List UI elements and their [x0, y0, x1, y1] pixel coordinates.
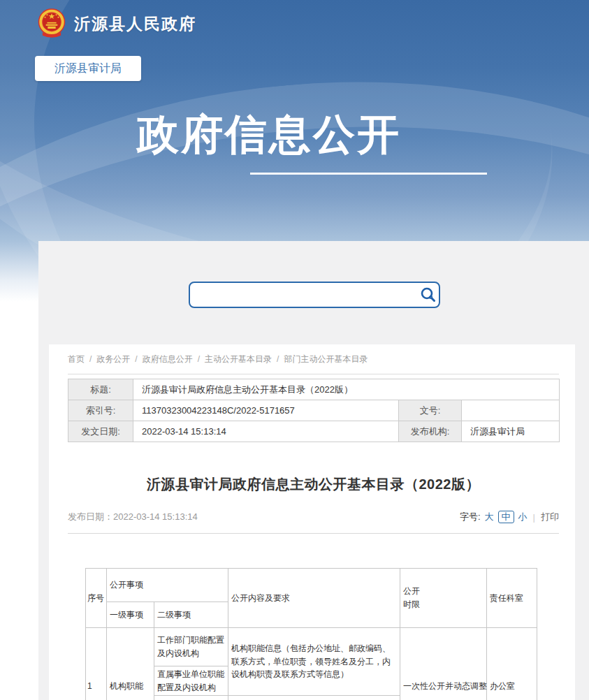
fontsize-label: 字号: — [460, 511, 481, 523]
search-box — [189, 282, 440, 308]
meta-org-label: 发布机构: — [399, 421, 462, 442]
col-header-level2: 二级事项 — [154, 602, 228, 628]
breadcrumb-catalog[interactable]: 主动公开基本目录 — [205, 354, 272, 364]
breadcrumb-info-disclosure[interactable]: 政府信息公开 — [143, 354, 193, 364]
col-header-content: 公开内容及要求 — [228, 569, 400, 628]
meta-date-value: 2022-03-14 15:13:14 — [133, 421, 399, 442]
cell-time-limit: 一次性公开并动态调整 — [400, 628, 487, 700]
page: 沂源县人民政府 沂源县审计局 政府信息公开 首页/政务公开/政府信息公开/主动公… — [0, 0, 589, 700]
meta-docno-value — [462, 400, 560, 421]
article-title: 沂源县审计局政府信息主动公开基本目录（2022版） — [68, 475, 559, 494]
breadcrumb-separator: / — [89, 354, 92, 364]
search-input[interactable] — [190, 285, 416, 305]
main-panel: 首页/政务公开/政府信息公开/主动公开基本目录/部门主动公开基本目录 标题: 沂… — [49, 344, 575, 700]
breadcrumb-home[interactable]: 首页 — [68, 354, 85, 364]
table-row: 1 机构职能 工作部门职能配置及内设机构 机构职能信息（包括办公地址、邮政编码、… — [86, 628, 537, 666]
department-badge[interactable]: 沂源县审计局 — [35, 56, 141, 81]
col-header-level1: 一级事项 — [107, 602, 154, 628]
cell-level2: 职责任务清单 — [154, 696, 228, 700]
site-logo-link[interactable]: 沂源县人民政府 — [37, 8, 196, 40]
national-emblem-icon — [37, 8, 66, 40]
breadcrumb-dept-catalog[interactable]: 部门主动公开基本目录 — [284, 354, 368, 364]
breadcrumb: 首页/政务公开/政府信息公开/主动公开基本目录/部门主动公开基本目录 — [68, 344, 559, 374]
search-button[interactable] — [416, 284, 439, 305]
fontsize-small-button[interactable]: 小 — [518, 511, 528, 523]
col-header-matters: 公开事项 — [107, 569, 228, 602]
meta-org-value: 沂源县审计局 — [462, 421, 560, 442]
publish-date: 发布日期：2022-03-14 15:13:14 — [68, 511, 198, 523]
cell-seq: 1 — [86, 628, 107, 700]
search-icon — [419, 286, 437, 304]
cell-content: 机构职能信息（包括办公地址、邮政编码、联系方式，单位职责，领导姓名及分工，内设机… — [228, 628, 400, 696]
meta-title-value: 沂源县审计局政府信息主动公开基本目录（2022版） — [133, 379, 560, 400]
meta-index-label: 索引号: — [68, 400, 133, 421]
site-title: 沂源县人民政府 — [74, 13, 196, 35]
banner-page-title: 政府信息公开 — [137, 107, 401, 163]
col-header-dept: 责任科室 — [487, 569, 537, 628]
print-button[interactable]: 打印 — [541, 511, 559, 523]
cell-content: 职责任务清单 — [228, 696, 400, 700]
control-divider: | — [533, 512, 535, 523]
meta-title-label: 标题: — [68, 379, 133, 400]
banner-title-underline — [250, 173, 487, 175]
cell-dept: 办公室 — [487, 628, 537, 700]
document-meta-table: 标题: 沂源县审计局政府信息主动公开基本目录（2022版） 索引号: 11370… — [68, 379, 560, 442]
cell-level2: 直属事业单位职能配置及内设机构 — [154, 666, 228, 696]
col-header-seq: 序号 — [86, 569, 107, 628]
breadcrumb-separator: / — [198, 354, 200, 364]
meta-docno-label: 文号: — [399, 400, 462, 421]
meta-date-label: 发文日期: — [68, 421, 133, 442]
cell-level1: 机构职能 — [107, 628, 154, 700]
disclosure-catalog-table: 序号 公开事项 公开内容及要求 公开 时限 责任科室 一级事项 二级事项 1 机… — [85, 568, 537, 700]
col-header-time-limit: 公开 时限 — [400, 569, 487, 628]
breadcrumb-separator: / — [277, 354, 279, 364]
cell-level2: 工作部门职能配置及内设机构 — [154, 628, 228, 666]
fontsize-large-button[interactable]: 大 — [485, 511, 494, 523]
section-divider — [68, 533, 559, 534]
breadcrumb-separator: / — [135, 354, 137, 364]
fontsize-controls: 字号: 大 中 小 | 打印 — [460, 511, 559, 523]
breadcrumb-zhengwu[interactable]: 政务公开 — [96, 354, 130, 364]
meta-index-value: 11370323004223148C/2022-5171657 — [133, 400, 399, 421]
fontsize-medium-button[interactable]: 中 — [498, 511, 514, 523]
